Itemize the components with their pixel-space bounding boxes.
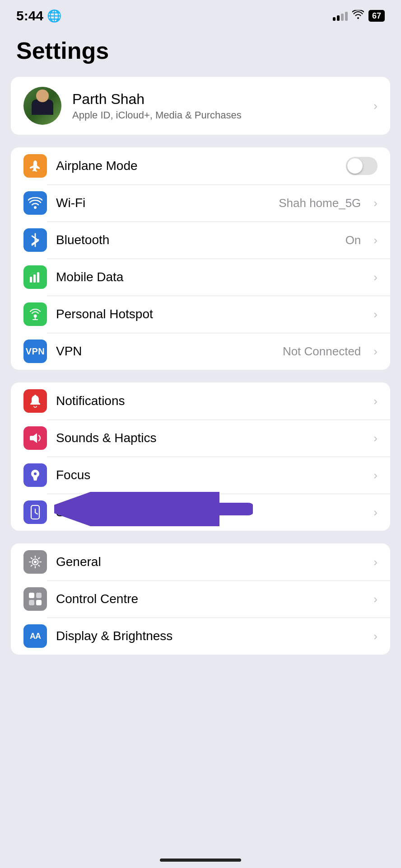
svg-point-0	[34, 206, 37, 209]
focus-label: Focus	[56, 468, 364, 482]
mobile-data-icon	[23, 265, 47, 289]
airplane-mode-label: Airplane Mode	[56, 159, 337, 173]
mobile-data-chevron: ›	[373, 270, 378, 284]
wifi-status-icon	[352, 10, 364, 22]
sounds-haptics-chevron: ›	[373, 431, 378, 445]
display-brightness-icon: AA	[23, 624, 47, 648]
vpn-chevron: ›	[373, 344, 378, 359]
airplane-mode-toggle[interactable]	[346, 157, 378, 175]
focus-icon	[23, 463, 47, 487]
notifications-icon	[23, 389, 47, 413]
bluetooth-value: On	[345, 233, 361, 247]
wifi-icon	[23, 191, 47, 215]
settings-row-display-brightness[interactable]: AA Display & Brightness ›	[11, 618, 390, 655]
settings-row-general[interactable]: General ›	[11, 543, 390, 580]
battery-icon: 67	[368, 10, 385, 22]
bluetooth-label: Bluetooth	[56, 233, 336, 247]
notifications-label: Notifications	[56, 394, 364, 408]
screen-time-chevron: ›	[373, 505, 378, 519]
settings-row-control-centre[interactable]: Control Centre ›	[11, 580, 390, 618]
profile-row[interactable]: Parth Shah Apple ID, iCloud+, Media & Pu…	[11, 77, 390, 135]
vpn-icon: VPN	[23, 340, 47, 363]
svg-rect-3	[37, 272, 39, 283]
settings-row-personal-hotspot[interactable]: Personal Hotspot ›	[11, 296, 390, 333]
bluetooth-chevron: ›	[373, 233, 378, 247]
screen-time-icon	[23, 500, 47, 524]
svg-rect-2	[33, 274, 36, 283]
settings-row-notifications[interactable]: Notifications ›	[11, 382, 390, 420]
svg-rect-11	[36, 593, 42, 598]
general-icon	[23, 550, 47, 574]
profile-chevron: ›	[373, 99, 378, 113]
settings-row-sounds-haptics[interactable]: Sounds & Haptics ›	[11, 420, 390, 457]
status-bar: 5:44 🌐 67	[0, 0, 401, 28]
connectivity-card: Airplane Mode Wi-Fi Shah home_5G › Bluet…	[11, 147, 390, 370]
settings-row-bluetooth[interactable]: Bluetooth On ›	[11, 222, 390, 259]
settings-row-mobile-data[interactable]: Mobile Data ›	[11, 259, 390, 296]
profile-card[interactable]: Parth Shah Apple ID, iCloud+, Media & Pu…	[11, 77, 390, 135]
focus-chevron: ›	[373, 468, 378, 482]
settings-row-airplane-mode[interactable]: Airplane Mode	[11, 147, 390, 184]
personal-hotspot-icon	[23, 302, 47, 326]
svg-rect-10	[29, 593, 34, 598]
control-centre-icon	[23, 587, 47, 611]
avatar	[23, 87, 61, 125]
svg-point-5	[34, 472, 37, 475]
profile-name: Parth Shah	[72, 91, 363, 108]
personal-hotspot-label: Personal Hotspot	[56, 307, 364, 321]
svg-rect-1	[30, 277, 32, 283]
settings-row-wifi[interactable]: Wi-Fi Shah home_5G ›	[11, 184, 390, 222]
sounds-haptics-label: Sounds & Haptics	[56, 431, 364, 445]
globe-icon: 🌐	[47, 9, 61, 23]
profile-info: Parth Shah Apple ID, iCloud+, Media & Pu…	[72, 91, 363, 121]
settings-row-screen-time[interactable]: Screen Time ›	[11, 494, 390, 531]
settings-row-focus[interactable]: Focus ›	[11, 457, 390, 494]
time-display: 5:44	[16, 8, 43, 24]
screen-time-label: Screen Time	[56, 505, 364, 519]
status-icons: 67	[333, 10, 385, 22]
display-brightness-label: Display & Brightness	[56, 629, 364, 643]
profile-subtitle: Apple ID, iCloud+, Media & Purchases	[72, 109, 363, 121]
system-card: Notifications › Sounds & Haptics › Focus…	[11, 382, 390, 531]
svg-rect-13	[36, 600, 42, 605]
wifi-chevron: ›	[373, 196, 378, 210]
page-title: Settings	[0, 28, 401, 77]
general-label: General	[56, 555, 364, 569]
home-indicator	[160, 859, 241, 862]
battery-level: 67	[372, 11, 381, 21]
sounds-haptics-icon	[23, 426, 47, 450]
status-time: 5:44 🌐	[16, 8, 61, 24]
wifi-label: Wi-Fi	[56, 196, 270, 210]
general-chevron: ›	[373, 555, 378, 569]
vpn-label: VPN	[56, 344, 274, 359]
display-brightness-chevron: ›	[373, 629, 378, 643]
display-card: General › Control Centre › AA Display & …	[11, 543, 390, 655]
svg-rect-12	[29, 600, 34, 605]
svg-point-8	[34, 561, 37, 563]
personal-hotspot-chevron: ›	[373, 307, 378, 321]
control-centre-label: Control Centre	[56, 592, 364, 606]
control-centre-chevron: ›	[373, 592, 378, 606]
airplane-mode-icon	[23, 154, 47, 178]
bluetooth-icon	[23, 228, 47, 252]
wifi-value: Shah home_5G	[279, 196, 361, 210]
notifications-chevron: ›	[373, 394, 378, 408]
settings-row-vpn[interactable]: VPN VPN Not Connected ›	[11, 333, 390, 370]
mobile-data-label: Mobile Data	[56, 270, 364, 284]
vpn-value: Not Connected	[283, 344, 361, 359]
signal-icon	[333, 11, 348, 21]
